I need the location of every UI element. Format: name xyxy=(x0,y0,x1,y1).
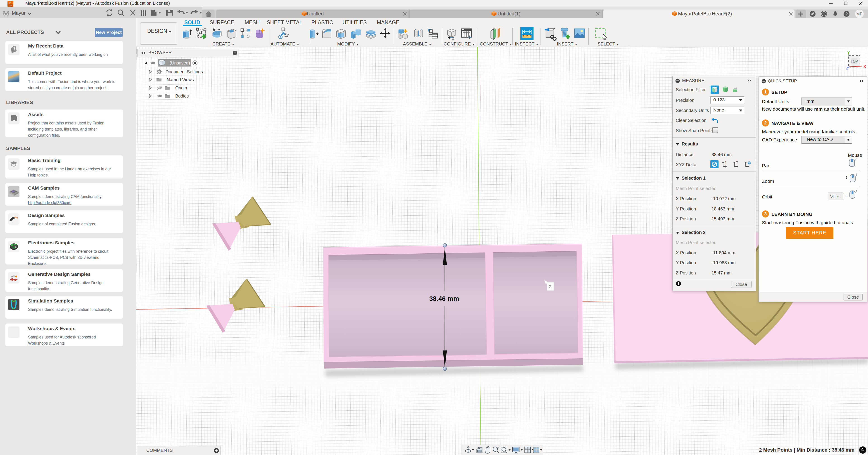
svg-text:X: X xyxy=(864,64,866,69)
svg-text:38.46 mm: 38.46 mm xyxy=(429,295,459,302)
svg-text:2: 2 xyxy=(736,160,738,164)
svg-text:MP: MP xyxy=(857,12,863,16)
svg-text:TOP: TOP xyxy=(850,60,858,63)
svg-text:FUS: FUS xyxy=(9,5,12,6)
svg-text:Z: Z xyxy=(846,66,848,70)
svg-text:1: 1 xyxy=(725,160,727,164)
svg-text:?: ? xyxy=(845,11,848,16)
svg-text:Y: Y xyxy=(847,51,850,55)
svg-text:F: F xyxy=(9,1,11,4)
svg-text:2: 2 xyxy=(549,284,552,289)
